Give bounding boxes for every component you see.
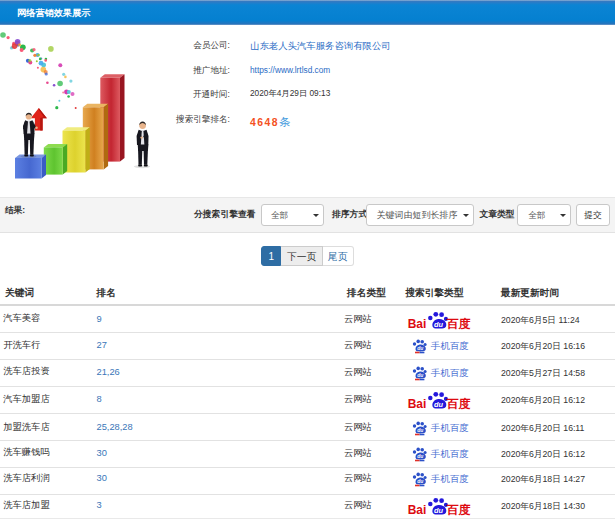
svg-text:百度: 百度 <box>446 317 471 331</box>
svg-text:手机百度: 手机百度 <box>431 473 469 484</box>
svg-text:du: du <box>417 453 423 459</box>
svg-text:手机百度: 手机百度 <box>431 422 469 433</box>
svg-text:百度: 百度 <box>446 503 471 517</box>
svg-text:du: du <box>417 372 423 378</box>
svg-text:du: du <box>434 400 444 409</box>
svg-text:du: du <box>417 478 423 484</box>
svg-text:du: du <box>434 506 444 515</box>
svg-text:du: du <box>417 346 423 352</box>
svg-text:手机百度: 手机百度 <box>431 367 469 378</box>
svg-text:手机百度: 手机百度 <box>431 340 469 351</box>
svg-text:手机百度: 手机百度 <box>431 448 469 459</box>
svg-text:du: du <box>417 427 423 433</box>
svg-text:Bai: Bai <box>408 503 427 517</box>
svg-text:du: du <box>434 320 444 329</box>
svg-text:Bai: Bai <box>408 397 427 411</box>
svg-text:百度: 百度 <box>446 397 471 411</box>
svg-text:Bai: Bai <box>408 316 427 330</box>
